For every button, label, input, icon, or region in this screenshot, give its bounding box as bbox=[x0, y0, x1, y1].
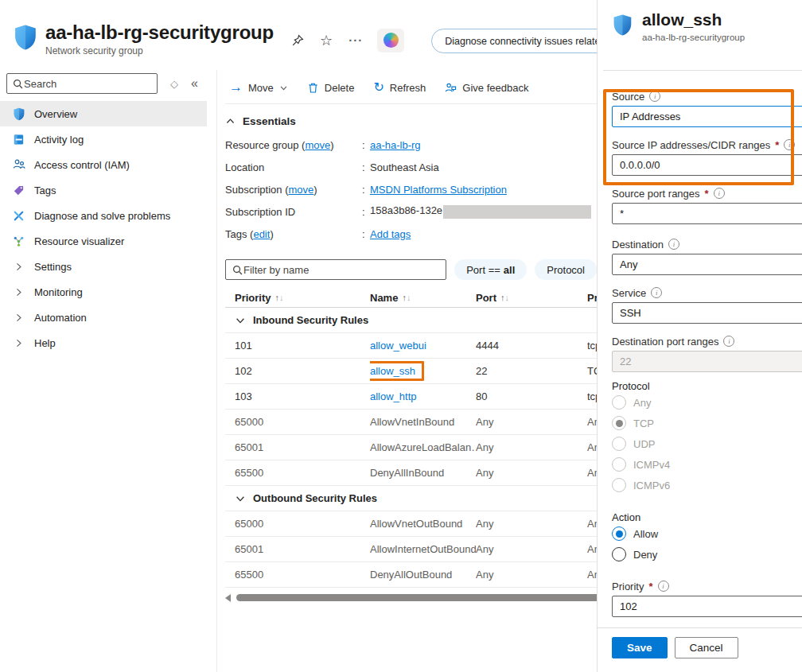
source-ip-input[interactable] bbox=[612, 154, 802, 176]
move-link[interactable]: move bbox=[288, 184, 313, 196]
table-row[interactable]: 65001 AllowInternetOutBound Any Any bbox=[225, 537, 597, 562]
protocol-filter-pill[interactable]: Protocol bbox=[535, 259, 597, 280]
refresh-icon: ↻ bbox=[373, 82, 383, 93]
column-port[interactable]: Port↑↓ bbox=[476, 292, 587, 304]
info-icon[interactable]: i bbox=[714, 188, 725, 199]
main-content: → Move Delete ↻ Refresh bbox=[217, 70, 597, 672]
destination-label: Destinationi bbox=[612, 237, 802, 251]
source-port-ranges-input[interactable] bbox=[612, 203, 802, 224]
source-label: Sourcei bbox=[612, 89, 802, 103]
service-label: Servicei bbox=[612, 286, 802, 300]
horizontal-scrollbar[interactable] bbox=[225, 593, 597, 602]
add-tags-link[interactable]: Add tags bbox=[370, 228, 411, 240]
move-link[interactable]: move bbox=[305, 139, 330, 151]
sidebar: ◇ « Overview Ac bbox=[0, 70, 217, 672]
table-row[interactable]: 102 allow_ssh 22 TCP bbox=[225, 359, 597, 384]
radio-icon bbox=[612, 457, 626, 472]
sidebar-item-automation[interactable]: Automation bbox=[0, 305, 207, 330]
resource-group-link[interactable]: aa-ha-lb-rg bbox=[370, 139, 421, 151]
star-icon[interactable]: ☆ bbox=[320, 34, 333, 47]
info-icon[interactable]: i bbox=[723, 336, 734, 347]
protocol-option-any: Any bbox=[612, 392, 802, 413]
menu-refresh-icon[interactable]: ◇ bbox=[170, 78, 178, 90]
protocol-option-udp: UDP bbox=[612, 433, 802, 454]
collapse-menu-icon[interactable]: « bbox=[191, 76, 198, 91]
inbound-rules-group[interactable]: Inbound Security Rules bbox=[225, 308, 597, 333]
feedback-icon bbox=[445, 82, 457, 94]
chevron-right-icon bbox=[12, 286, 25, 299]
nsg-shield-icon bbox=[13, 24, 38, 51]
source-ip-label: Source IP addresses/CIDR ranges*i bbox=[612, 138, 802, 152]
action-option-allow[interactable]: Allow bbox=[612, 523, 802, 544]
page-header: aa-ha-lb-rg-securitygroup Network securi… bbox=[0, 0, 597, 70]
sidebar-search-box[interactable] bbox=[6, 73, 158, 94]
table-row[interactable]: 65000 AllowVnetOutBound Any Any bbox=[225, 511, 597, 537]
outbound-rules-group[interactable]: Outbound Security Rules bbox=[225, 486, 597, 511]
tools-icon bbox=[12, 209, 25, 223]
pin-icon[interactable] bbox=[291, 34, 304, 47]
sidebar-item-overview[interactable]: Overview bbox=[0, 101, 207, 126]
action-option-deny[interactable]: Deny bbox=[612, 544, 802, 565]
scrollbar-thumb[interactable] bbox=[236, 594, 597, 601]
essentials-toggle[interactable]: Essentials bbox=[225, 112, 597, 130]
main-region: aa-ha-lb-rg-securitygroup Network securi… bbox=[0, 0, 597, 672]
location-row: Location : Southeast Asia bbox=[225, 156, 597, 178]
sidebar-item-activity-log[interactable]: Activity log bbox=[0, 126, 207, 152]
delete-button[interactable]: Delete bbox=[307, 82, 355, 94]
rule-link-allow-webui[interactable]: allow_webui bbox=[370, 340, 426, 352]
service-select[interactable]: SSH bbox=[612, 302, 802, 324]
rule-link-allow-http[interactable]: allow_http bbox=[370, 390, 417, 402]
tags-row: Tags (edit) : Add tags bbox=[225, 223, 597, 245]
info-icon[interactable]: i bbox=[668, 239, 679, 250]
table-row[interactable]: 65000 AllowVnetInBound Any Any bbox=[225, 410, 597, 435]
edit-link[interactable]: edit bbox=[253, 228, 270, 240]
scroll-left-arrow-icon[interactable] bbox=[225, 594, 231, 602]
copilot-button[interactable] bbox=[377, 29, 404, 52]
cancel-button[interactable]: Cancel bbox=[675, 637, 738, 658]
info-icon[interactable]: i bbox=[651, 287, 662, 298]
divider bbox=[225, 103, 597, 104]
info-icon[interactable]: i bbox=[658, 581, 669, 592]
sidebar-item-tags[interactable]: Tags bbox=[0, 177, 207, 203]
sidebar-item-access-control-iam[interactable]: Access control (IAM) bbox=[0, 152, 207, 177]
column-priority[interactable]: Priority↑↓ bbox=[235, 292, 370, 304]
subscription-row: Subscription (move) : MSDN Platforms Sub… bbox=[225, 178, 597, 200]
column-name[interactable]: Name↑↓ bbox=[370, 292, 476, 304]
table-row[interactable]: 65500 DenyAllInBound Any Any bbox=[225, 460, 597, 486]
trash-icon bbox=[307, 82, 319, 94]
table-row[interactable]: 101 allow_webui 4444 tcp bbox=[225, 333, 597, 359]
destination-port-ranges-label: Destination port rangesi bbox=[612, 334, 802, 348]
source-select[interactable]: IP Addresses bbox=[612, 106, 802, 127]
chevron-down-icon bbox=[235, 493, 246, 504]
port-filter-pill[interactable]: Port ==all bbox=[454, 259, 527, 280]
rule-link-allow-ssh[interactable]: allow_ssh bbox=[370, 365, 415, 377]
move-button[interactable]: → Move bbox=[229, 82, 288, 94]
info-icon[interactable]: i bbox=[784, 139, 795, 150]
sidebar-item-help[interactable]: Help bbox=[0, 330, 207, 355]
sidebar-item-resource-visualizer[interactable]: Resource visualizer bbox=[0, 228, 207, 254]
give-feedback-button[interactable]: Give feedback bbox=[445, 82, 528, 94]
radio-checked-icon bbox=[612, 416, 626, 430]
filter-by-name-box[interactable] bbox=[225, 259, 446, 280]
column-protocol[interactable]: Protocol bbox=[587, 292, 597, 304]
save-button[interactable]: Save bbox=[612, 637, 668, 658]
subscription-link[interactable]: MSDN Platforms Subscription bbox=[370, 184, 507, 196]
table-row[interactable]: 103 allow_http 80 tcp bbox=[225, 384, 597, 410]
table-row[interactable]: 65500 DenyAllOutBound Any Any bbox=[225, 562, 597, 588]
copilot-suggestion-pill[interactable]: Diagnose connectivity issues related to … bbox=[431, 29, 597, 53]
sidebar-search-input[interactable] bbox=[24, 78, 152, 90]
radio-icon bbox=[612, 395, 626, 410]
priority-input[interactable] bbox=[612, 596, 802, 617]
refresh-button[interactable]: ↻ Refresh bbox=[373, 82, 426, 94]
sidebar-item-diagnose-and-solve-problems[interactable]: Diagnose and solve problems bbox=[0, 203, 207, 228]
sort-icons: ↑↓ bbox=[500, 293, 509, 302]
sidebar-item-monitoring[interactable]: Monitoring bbox=[0, 279, 207, 305]
destination-select[interactable]: Any bbox=[612, 254, 802, 275]
table-row[interactable]: 65001 AllowAzureLoadBalan… Any Any bbox=[225, 435, 597, 460]
filter-by-name-input[interactable] bbox=[243, 264, 440, 276]
sidebar-item-settings[interactable]: Settings bbox=[0, 254, 207, 279]
arrow-right-icon: → bbox=[229, 82, 243, 93]
more-icon[interactable]: ··· bbox=[348, 33, 363, 47]
info-icon[interactable]: i bbox=[649, 91, 660, 102]
chevron-down-icon bbox=[235, 315, 246, 326]
